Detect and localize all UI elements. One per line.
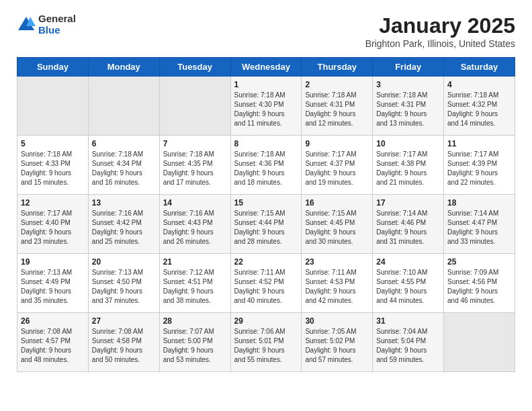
calendar-cell: 9Sunrise: 7:17 AM Sunset: 4:37 PM Daylig…	[302, 136, 373, 195]
logo-text: General Blue	[38, 13, 76, 36]
day-number: 4	[447, 80, 511, 89]
day-info: Sunrise: 7:18 AM Sunset: 4:31 PM Dayligh…	[376, 91, 440, 128]
calendar-cell	[88, 77, 159, 136]
day-info: Sunrise: 7:11 AM Sunset: 4:52 PM Dayligh…	[234, 268, 298, 306]
calendar-cell: 25Sunrise: 7:09 AM Sunset: 4:56 PM Dayli…	[444, 254, 515, 313]
day-number: 23	[305, 257, 369, 267]
calendar-cell: 15Sunrise: 7:15 AM Sunset: 4:44 PM Dayli…	[230, 195, 302, 254]
day-info: Sunrise: 7:17 AM Sunset: 4:37 PM Dayligh…	[305, 150, 369, 187]
day-info: Sunrise: 7:15 AM Sunset: 4:44 PM Dayligh…	[234, 209, 298, 246]
day-info: Sunrise: 7:13 AM Sunset: 4:50 PM Dayligh…	[92, 268, 156, 306]
week-row-1: 1Sunrise: 7:18 AM Sunset: 4:30 PM Daylig…	[17, 77, 515, 136]
day-number: 1	[234, 80, 298, 89]
day-info: Sunrise: 7:06 AM Sunset: 5:01 PM Dayligh…	[234, 327, 298, 365]
day-number: 3	[376, 80, 440, 89]
days-of-week-row: SundayMondayTuesdayWednesdayThursdayFrid…	[17, 58, 515, 77]
day-info: Sunrise: 7:13 AM Sunset: 4:49 PM Dayligh…	[21, 268, 85, 306]
day-info: Sunrise: 7:09 AM Sunset: 4:56 PM Dayligh…	[447, 268, 511, 306]
header-wednesday: Wednesday	[230, 58, 302, 77]
day-number: 28	[163, 316, 227, 326]
day-number: 30	[305, 316, 369, 326]
day-info: Sunrise: 7:18 AM Sunset: 4:34 PM Dayligh…	[92, 150, 156, 187]
calendar-cell: 10Sunrise: 7:17 AM Sunset: 4:38 PM Dayli…	[373, 136, 444, 195]
calendar-cell: 11Sunrise: 7:17 AM Sunset: 4:39 PM Dayli…	[444, 136, 515, 195]
calendar-cell: 14Sunrise: 7:16 AM Sunset: 4:43 PM Dayli…	[159, 195, 230, 254]
week-row-4: 19Sunrise: 7:13 AM Sunset: 4:49 PM Dayli…	[17, 254, 515, 313]
day-number: 19	[21, 257, 85, 267]
week-row-5: 26Sunrise: 7:08 AM Sunset: 4:57 PM Dayli…	[17, 313, 515, 372]
day-info: Sunrise: 7:15 AM Sunset: 4:45 PM Dayligh…	[305, 209, 369, 246]
header-tuesday: Tuesday	[159, 58, 230, 77]
week-row-3: 12Sunrise: 7:17 AM Sunset: 4:40 PM Dayli…	[17, 195, 515, 254]
calendar-cell: 2Sunrise: 7:18 AM Sunset: 4:31 PM Daylig…	[302, 77, 373, 136]
calendar-cell: 29Sunrise: 7:06 AM Sunset: 5:01 PM Dayli…	[230, 313, 302, 372]
day-info: Sunrise: 7:10 AM Sunset: 4:55 PM Dayligh…	[376, 268, 440, 306]
day-info: Sunrise: 7:16 AM Sunset: 4:43 PM Dayligh…	[163, 209, 227, 246]
day-number: 16	[305, 198, 369, 208]
day-info: Sunrise: 7:18 AM Sunset: 4:33 PM Dayligh…	[21, 150, 85, 187]
calendar-cell	[444, 313, 515, 372]
day-info: Sunrise: 7:14 AM Sunset: 4:47 PM Dayligh…	[447, 209, 511, 246]
calendar-cell: 4Sunrise: 7:18 AM Sunset: 4:32 PM Daylig…	[444, 77, 515, 136]
calendar-cell: 5Sunrise: 7:18 AM Sunset: 4:33 PM Daylig…	[17, 136, 89, 195]
calendar-cell	[17, 77, 89, 136]
day-info: Sunrise: 7:11 AM Sunset: 4:53 PM Dayligh…	[305, 268, 369, 306]
day-info: Sunrise: 7:16 AM Sunset: 4:42 PM Dayligh…	[92, 209, 156, 246]
day-number: 21	[163, 257, 227, 267]
day-info: Sunrise: 7:17 AM Sunset: 4:38 PM Dayligh…	[376, 150, 440, 187]
day-number: 13	[92, 198, 156, 208]
day-number: 7	[163, 139, 227, 148]
day-info: Sunrise: 7:08 AM Sunset: 4:57 PM Dayligh…	[21, 327, 85, 365]
calendar-cell: 24Sunrise: 7:10 AM Sunset: 4:55 PM Dayli…	[373, 254, 444, 313]
day-number: 6	[92, 139, 156, 148]
calendar-cell: 28Sunrise: 7:07 AM Sunset: 5:00 PM Dayli…	[159, 313, 230, 372]
day-number: 18	[447, 198, 511, 208]
logo: General Blue	[17, 13, 76, 36]
day-number: 8	[234, 139, 298, 148]
day-number: 27	[92, 316, 156, 326]
header-sunday: Sunday	[17, 58, 89, 77]
calendar-title: January 2025	[365, 13, 515, 38]
day-info: Sunrise: 7:05 AM Sunset: 5:02 PM Dayligh…	[305, 327, 369, 365]
calendar-cell: 17Sunrise: 7:14 AM Sunset: 4:46 PM Dayli…	[373, 195, 444, 254]
calendar-cell: 19Sunrise: 7:13 AM Sunset: 4:49 PM Dayli…	[17, 254, 89, 313]
day-info: Sunrise: 7:18 AM Sunset: 4:31 PM Dayligh…	[305, 91, 369, 128]
calendar-cell: 7Sunrise: 7:18 AM Sunset: 4:35 PM Daylig…	[159, 136, 230, 195]
header-saturday: Saturday	[444, 58, 515, 77]
page-header: General Blue January 2025 Brighton Park,…	[17, 13, 515, 49]
day-number: 24	[376, 257, 440, 267]
day-info: Sunrise: 7:18 AM Sunset: 4:36 PM Dayligh…	[234, 150, 298, 187]
day-number: 5	[21, 139, 85, 148]
calendar-cell: 1Sunrise: 7:18 AM Sunset: 4:30 PM Daylig…	[230, 77, 302, 136]
day-number: 9	[305, 139, 369, 148]
day-info: Sunrise: 7:18 AM Sunset: 4:30 PM Dayligh…	[234, 91, 298, 128]
day-info: Sunrise: 7:14 AM Sunset: 4:46 PM Dayligh…	[376, 209, 440, 246]
day-number: 12	[21, 198, 85, 208]
calendar-cell: 26Sunrise: 7:08 AM Sunset: 4:57 PM Dayli…	[17, 313, 89, 372]
week-row-2: 5Sunrise: 7:18 AM Sunset: 4:33 PM Daylig…	[17, 136, 515, 195]
calendar-cell	[159, 77, 230, 136]
calendar-table: SundayMondayTuesdayWednesdayThursdayFrid…	[17, 57, 515, 372]
day-number: 10	[376, 139, 440, 148]
header-thursday: Thursday	[302, 58, 373, 77]
calendar-body: 1Sunrise: 7:18 AM Sunset: 4:30 PM Daylig…	[17, 77, 515, 372]
day-number: 14	[163, 198, 227, 208]
calendar-cell: 3Sunrise: 7:18 AM Sunset: 4:31 PM Daylig…	[373, 77, 444, 136]
header-friday: Friday	[373, 58, 444, 77]
calendar-cell: 27Sunrise: 7:08 AM Sunset: 4:58 PM Dayli…	[88, 313, 159, 372]
day-number: 11	[447, 139, 511, 148]
calendar-cell: 30Sunrise: 7:05 AM Sunset: 5:02 PM Dayli…	[302, 313, 373, 372]
calendar-cell: 8Sunrise: 7:18 AM Sunset: 4:36 PM Daylig…	[230, 136, 302, 195]
calendar-cell: 20Sunrise: 7:13 AM Sunset: 4:50 PM Dayli…	[88, 254, 159, 313]
calendar-cell: 6Sunrise: 7:18 AM Sunset: 4:34 PM Daylig…	[88, 136, 159, 195]
logo-general: General	[38, 13, 76, 25]
day-info: Sunrise: 7:08 AM Sunset: 4:58 PM Dayligh…	[92, 327, 156, 365]
day-number: 2	[305, 80, 369, 89]
header-monday: Monday	[88, 58, 159, 77]
calendar-cell: 16Sunrise: 7:15 AM Sunset: 4:45 PM Dayli…	[302, 195, 373, 254]
logo-icon	[17, 15, 36, 34]
title-block: January 2025 Brighton Park, Illinois, Un…	[365, 13, 515, 49]
day-info: Sunrise: 7:07 AM Sunset: 5:00 PM Dayligh…	[163, 327, 227, 365]
day-info: Sunrise: 7:18 AM Sunset: 4:35 PM Dayligh…	[163, 150, 227, 187]
day-number: 15	[234, 198, 298, 208]
